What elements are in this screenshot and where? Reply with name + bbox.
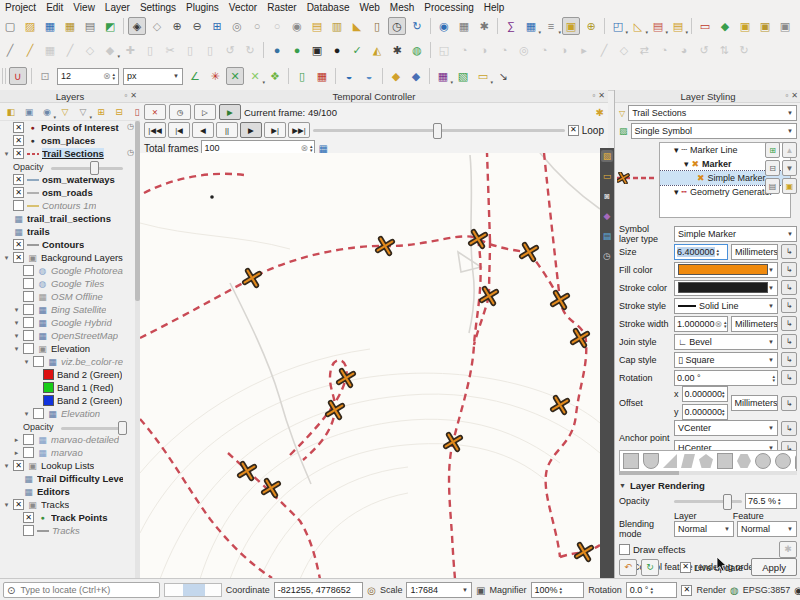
offset-y-spin[interactable]: 0.000000▴▾ (682, 404, 728, 420)
anchor-v-combo[interactable]: VCenter▼ (674, 420, 778, 436)
layer-item-google-hybrid[interactable]: ▾▦Google Hybrid (0, 316, 135, 329)
hook-tool-icon[interactable]: ↺ (695, 41, 713, 59)
tag-red-icon[interactable]: ▭ (696, 17, 714, 35)
snap-tolerance-spin[interactable]: 12⊗▴▾ (57, 68, 119, 85)
snap-mode-icon[interactable]: ⊡ (36, 67, 54, 85)
select-features-icon[interactable]: ◰▾ (609, 17, 627, 35)
locator-bar[interactable]: ⊙ (3, 582, 160, 598)
layer-item-elevation[interactable]: ▾▣Elevation (0, 342, 135, 355)
layer-item-trail-sections[interactable]: ▾✕Trail Sections◷ (0, 147, 135, 160)
layer-item-trail-trail-sections[interactable]: ▦trail_trail_sections (0, 212, 135, 225)
labels-tab-icon[interactable]: ▭ (601, 170, 613, 182)
swirl-plugin-icon[interactable]: ◍ (408, 41, 426, 59)
filter-expression-icon[interactable]: ▽▾ (75, 104, 91, 120)
move-up-button[interactable]: ▲ (782, 142, 797, 158)
zoom-out-icon[interactable]: ⊖ (188, 17, 206, 35)
layer-visibility-checkbox[interactable] (23, 291, 34, 302)
data-defined-override-button[interactable]: ↳ (781, 262, 797, 277)
layer-visibility-checkbox[interactable] (23, 265, 34, 276)
delete-selected-icon[interactable]: ▯ (141, 41, 159, 59)
view-3d-tab-icon[interactable]: ◆ (601, 210, 613, 222)
prop-size-spin[interactable]: 6.400000▴▾ (674, 244, 728, 260)
flag-tool-icon[interactable]: ▸ (575, 41, 593, 59)
pin-labels-icon[interactable]: ◆ (716, 17, 734, 35)
snap-unit-combo[interactable]: px▼ (123, 68, 183, 85)
close-panel-icon[interactable]: ✕ (598, 91, 605, 100)
identify-icon[interactable]: ◉ (435, 17, 453, 35)
move-feature-icon[interactable]: ✚ (121, 41, 139, 59)
diagrams-tab-icon[interactable]: ▤ (601, 230, 613, 242)
label-toolbar-icon[interactable]: ▣ (562, 17, 580, 35)
data-defined-override-button[interactable]: ↳ (781, 280, 797, 295)
tool4-icon[interactable]: ◔ (495, 41, 513, 59)
tool2-icon[interactable]: ◔ (455, 41, 473, 59)
layer-visibility-checkbox[interactable]: ✕ (13, 122, 24, 133)
layer-item-editors[interactable]: ▦Editors (0, 485, 135, 498)
snapping-icon[interactable]: ∪ (9, 67, 27, 85)
data-defined-override-button[interactable]: ↳ (781, 334, 797, 349)
layer-visibility-checkbox[interactable] (23, 317, 34, 328)
menu-vector[interactable]: Vector (224, 2, 262, 13)
new-project-icon[interactable]: ▢ (1, 17, 19, 35)
map-colored-icon[interactable]: ▦ (313, 67, 331, 85)
layer-visibility-checkbox[interactable]: ✕ (13, 460, 24, 471)
show-bookmarks-icon[interactable]: ▥ (328, 17, 346, 35)
cut-features-icon[interactable]: ✂ (161, 41, 179, 59)
layer-item-viz-be-color-relief[interactable]: ▾▦viz.be_color-relief (0, 355, 135, 368)
line-width-icon[interactable]: ≡▾ (542, 17, 560, 35)
transport-button-6[interactable]: ▶▶| (288, 122, 310, 138)
select-by-value-icon[interactable]: ▤▾ (649, 17, 667, 35)
add-group-icon[interactable]: ▣ (21, 104, 37, 120)
snap-options-icon[interactable]: ✕▾ (246, 67, 264, 85)
export-animation-icon[interactable]: ▦ (318, 143, 327, 154)
transport-button-4[interactable]: ▶ (240, 122, 262, 138)
transport-button-3[interactable]: || (216, 122, 238, 138)
copy-features-icon[interactable]: ▯ (181, 41, 199, 59)
live-update-checkbox[interactable]: ✕ (680, 562, 691, 573)
invert-selection-icon[interactable]: ◺▾ (629, 17, 647, 35)
terrain-plugin-icon[interactable]: ◭ (368, 41, 386, 59)
layer-item-osm-places[interactable]: ✕●osm_places (0, 134, 135, 147)
feature-blend-combo[interactable]: Normal▼ (737, 521, 797, 537)
bookmark-extent-icon[interactable]: ◣ (348, 17, 366, 35)
offset-unit-combo[interactable]: Millimeters▼ (731, 395, 778, 411)
tracing-icon[interactable]: ✳ (206, 67, 224, 85)
cube-yellow-icon[interactable]: ◆ (387, 67, 405, 85)
layer-visibility-checkbox[interactable]: ✕ (13, 499, 24, 510)
marker-shape-2[interactable] (663, 454, 677, 468)
marker-shape-5[interactable] (717, 453, 733, 469)
menu-mesh[interactable]: Mesh (385, 2, 419, 13)
filter-legend-icon[interactable]: ▽ (57, 104, 73, 120)
mesh-arrow-icon[interactable]: ↘ (494, 67, 512, 85)
opacity-slider[interactable] (674, 494, 742, 508)
statistics-icon[interactable]: ▦ (455, 17, 473, 35)
renderer-combo[interactable]: Single Symbol▼ (631, 123, 797, 139)
opacity-spin[interactable]: 76.5 % ▴▾ (745, 493, 797, 509)
vertex-tool-icon[interactable]: ◆▾ (101, 41, 119, 59)
prop-size-unit-combo[interactable]: Millimeters▼ (731, 244, 778, 260)
reload-tool-icon[interactable]: ↻ (735, 41, 753, 59)
change-label-icon[interactable]: A▾ (796, 17, 800, 35)
check-plugin-icon[interactable]: ✓ (348, 41, 366, 59)
draw-effects-checkbox[interactable] (619, 544, 630, 555)
open-table-icon[interactable]: ▤▾ (669, 17, 687, 35)
render-checkbox[interactable]: ✕ (681, 585, 692, 596)
layer-visibility-checkbox[interactable] (33, 408, 44, 419)
layer-visibility-checkbox[interactable]: ✕ (13, 148, 24, 159)
temporal-animated-button[interactable]: ▷ (194, 104, 216, 120)
layer-visibility-checkbox[interactable]: ✕ (13, 174, 24, 185)
layer-item-contours[interactable]: ✕Contours (0, 238, 135, 251)
prop-stroke-width-spin[interactable]: 1.000000⊗▴▾ (674, 316, 728, 332)
undo-style-button[interactable]: ↶ (619, 559, 637, 576)
prop-rotation-spin[interactable]: 0.00 °▴▾ (674, 370, 778, 386)
avoid-overlap-icon[interactable]: ❖ (266, 67, 284, 85)
grass-tools-icon[interactable]: ● (288, 41, 306, 59)
compress-tool-icon[interactable]: ⇅ (715, 41, 733, 59)
menu-raster[interactable]: Raster (262, 2, 301, 13)
menu-processing[interactable]: Processing (419, 2, 478, 13)
temporal-off-button[interactable]: ✕ (144, 104, 166, 120)
collapse-all-icon[interactable]: ⊟ (111, 104, 127, 120)
loop-checkbox[interactable]: ✕ (568, 125, 579, 136)
people2-tool-icon[interactable]: ◕ (675, 41, 693, 59)
open-layer-styling-icon[interactable]: ◧ (3, 104, 19, 120)
